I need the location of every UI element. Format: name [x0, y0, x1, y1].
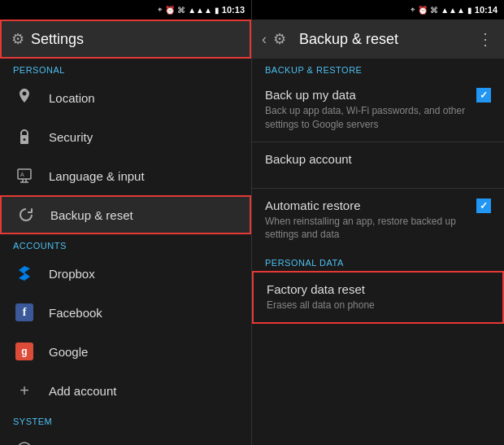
r-bluetooth-icon: ⌖ [411, 5, 415, 15]
language-label: Language & input [49, 169, 145, 183]
lock-icon [13, 125, 36, 148]
sidebar-item-dropbox[interactable]: Dropbox [0, 254, 251, 293]
settings-gear-icon: ⚙ [11, 30, 24, 48]
signal-icon: ▲▲▲ [188, 6, 212, 15]
checkmark-icon-2: ✓ [480, 200, 488, 212]
alarm-icon: ⏰ [165, 6, 175, 15]
personal-section-header: PERSONAL [0, 59, 251, 78]
back-icon[interactable]: ‹ [262, 31, 267, 48]
factory-reset-item[interactable]: Factory data reset Erases all data on ph… [252, 271, 504, 324]
location-icon [13, 86, 36, 109]
checkmark-icon: ✓ [480, 89, 488, 101]
facebook-icon: f [13, 301, 36, 324]
r-alarm-icon: ⏰ [418, 6, 428, 15]
facebook-label: Facebook [49, 306, 102, 320]
auto-restore-checkbox[interactable]: ✓ [476, 199, 491, 213]
google-icon: g [13, 340, 36, 363]
backup-account-item[interactable]: Backup account [252, 142, 504, 188]
factory-reset-subtitle: Erases all data on phone [267, 299, 489, 312]
clock-icon [13, 438, 36, 445]
right-status-icons: ⌖ ⏰ ⌘ ▲▲▲ ▮ 10:14 [411, 5, 497, 15]
sidebar-item-backup[interactable]: Backup & reset [0, 195, 251, 234]
auto-restore-title: Automatic restore [265, 199, 476, 212]
sidebar-item-security[interactable]: Security [0, 117, 251, 156]
auto-restore-item[interactable]: Automatic restore When reinstalling an a… [252, 189, 504, 252]
backup-restore-header: BACKUP & RESTORE [252, 59, 504, 78]
wifi-icon: ⌘ [177, 6, 185, 15]
svg-marker-7 [19, 266, 30, 281]
backup-label: Backup & reset [50, 208, 133, 222]
google-logo: g [15, 342, 33, 360]
auto-restore-text: Automatic restore When reinstalling an a… [265, 199, 476, 242]
fb-logo: f [15, 303, 33, 321]
sidebar-item-location[interactable]: Location [0, 78, 251, 117]
sidebar-item-add-account[interactable]: + Add account [0, 371, 251, 410]
right-app-bar: ‹ ⚙ Backup & reset ⋮ [252, 20, 504, 59]
backup-data-subtitle: Back up app data, Wi-Fi passwords, and o… [265, 104, 476, 132]
backup-data-title: Back up my data [265, 88, 476, 102]
add-account-icon: + [13, 379, 36, 402]
left-app-bar-title: Settings [31, 31, 84, 48]
google-label: Google [49, 345, 88, 359]
right-time: 10:14 [475, 5, 497, 15]
right-content: BACKUP & RESTORE Back up my data Back up… [252, 59, 504, 445]
backup-data-item[interactable]: Back up my data Back up app data, Wi-Fi … [252, 78, 504, 142]
sidebar-item-google[interactable]: g Google [0, 332, 251, 371]
svg-text:A: A [20, 172, 24, 177]
backup-icon [15, 203, 37, 226]
dropbox-label: Dropbox [49, 267, 95, 281]
right-panel: ⌖ ⏰ ⌘ ▲▲▲ ▮ 10:14 ‹ ⚙ Backup & reset ⋮ B… [252, 0, 504, 445]
factory-reset-title: Factory data reset [267, 282, 489, 296]
sidebar-item-facebook[interactable]: f Facebook [0, 293, 251, 332]
left-status-icons: ⌖ ⏰ ⌘ ▲▲▲ ▮ 10:13 [158, 5, 245, 15]
right-app-bar-title: Backup & reset [299, 31, 398, 48]
location-label: Location [49, 91, 95, 105]
security-label: Security [49, 130, 93, 144]
backup-data-text: Back up my data Back up app data, Wi-Fi … [265, 88, 476, 132]
svg-point-1 [24, 138, 26, 141]
sidebar-item-language[interactable]: A Language & input [0, 156, 251, 195]
accounts-section-header: ACCOUNTS [0, 234, 251, 254]
r-battery-icon: ▮ [467, 6, 472, 15]
r-signal-icon: ▲▲▲ [441, 6, 465, 15]
left-app-bar: ⚙ Settings [0, 20, 251, 59]
backup-data-checkbox[interactable]: ✓ [476, 88, 491, 103]
left-panel: ⌖ ⏰ ⌘ ▲▲▲ ▮ 10:13 ⚙ Settings PERSONAL Lo… [0, 0, 252, 445]
system-section-header: SYSTEM [0, 410, 251, 430]
right-status-bar: ⌖ ⏰ ⌘ ▲▲▲ ▮ 10:14 [252, 0, 504, 20]
bluetooth-icon: ⌖ [158, 5, 163, 15]
auto-restore-subtitle: When reinstalling an app, restore backed… [265, 215, 476, 242]
backup-account-text: Backup account [265, 152, 491, 168]
sidebar-item-date-time[interactable]: Date & time [0, 430, 251, 445]
more-icon[interactable]: ⋮ [477, 29, 494, 49]
language-icon: A [13, 164, 36, 187]
personal-data-header: PERSONAL DATA [252, 251, 504, 271]
backup-account-title: Backup account [265, 152, 491, 166]
right-app-bar-left: ‹ ⚙ Backup & reset [262, 30, 398, 48]
dropbox-icon [13, 262, 36, 285]
battery-icon: ▮ [215, 6, 219, 15]
left-status-bar: ⌖ ⏰ ⌘ ▲▲▲ ▮ 10:13 [0, 0, 251, 20]
left-time: 10:13 [222, 5, 245, 15]
date-time-label: Date & time [49, 443, 112, 446]
factory-reset-text: Factory data reset Erases all data on ph… [267, 282, 489, 312]
add-account-label: Add account [49, 384, 116, 398]
right-gear-icon: ⚙ [273, 30, 286, 48]
r-wifi-icon: ⌘ [430, 6, 438, 15]
